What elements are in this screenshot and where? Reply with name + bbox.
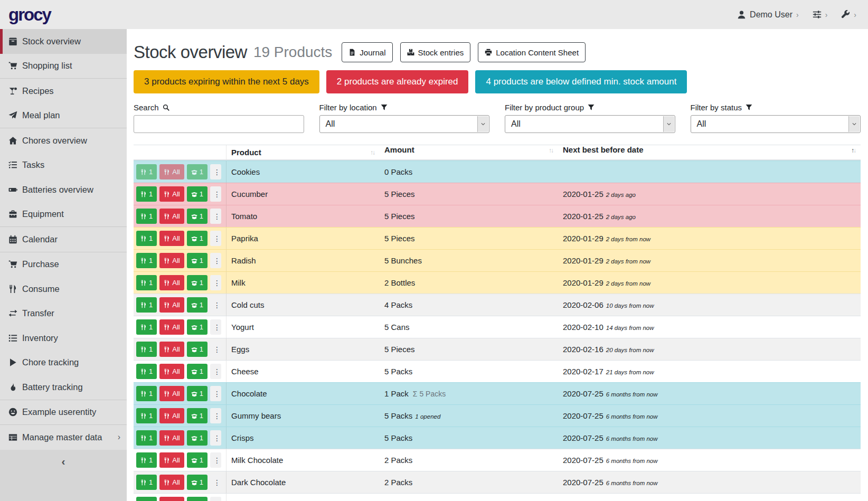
- row-menu-button[interactable]: ⋮: [210, 297, 221, 313]
- consume-all-button[interactable]: All: [159, 231, 184, 246]
- filter-by-location-select[interactable]: All: [319, 115, 490, 133]
- consume-all-button[interactable]: All: [159, 342, 184, 357]
- open-one-button[interactable]: 1: [187, 209, 207, 224]
- sidebar-item-meal-plan[interactable]: Meal plan: [0, 103, 127, 128]
- row-menu-button[interactable]: ⋮: [210, 164, 221, 179]
- consume-all-button[interactable]: All: [159, 430, 184, 446]
- row-menu-button[interactable]: ⋮: [210, 253, 221, 268]
- journal-button[interactable]: Journal: [342, 42, 392, 62]
- sidebar-item-shopping-list[interactable]: Shopping list: [0, 54, 127, 79]
- grocy-logo[interactable]: grocy: [8, 5, 51, 25]
- consume-one-button[interactable]: 1: [136, 342, 157, 357]
- consume-one-button[interactable]: 1: [136, 297, 157, 313]
- consume-all-button[interactable]: All: [159, 319, 184, 335]
- sidebar-item-battery-tracking[interactable]: Battery tracking: [0, 375, 127, 400]
- sidebar-item-stock-overview[interactable]: Stock overview: [0, 29, 127, 54]
- consume-one-button[interactable]: 1: [136, 408, 157, 423]
- location-content-sheet-button[interactable]: Location Content Sheet: [478, 42, 586, 62]
- consume-one-button[interactable]: 1: [136, 275, 157, 290]
- consume-one-button[interactable]: 1: [136, 231, 157, 246]
- sidebar-item-example-userentity[interactable]: Example userentity: [0, 400, 127, 425]
- row-menu-button[interactable]: ⋮: [210, 319, 221, 335]
- consume-one-button[interactable]: 1: [136, 209, 157, 224]
- row-menu-button[interactable]: ⋮: [210, 209, 221, 224]
- consume-all-button[interactable]: All: [159, 497, 184, 501]
- open-one-button[interactable]: 1: [187, 408, 207, 423]
- consume-one-button[interactable]: 1: [136, 475, 157, 490]
- consume-all-button[interactable]: All: [159, 408, 184, 423]
- row-menu-button[interactable]: ⋮: [210, 497, 221, 501]
- open-one-button[interactable]: 1: [187, 253, 207, 268]
- row-menu-button[interactable]: ⋮: [210, 408, 221, 423]
- sidebar-item-purchase[interactable]: Purchase: [0, 252, 127, 277]
- sidebar-item-consume[interactable]: Consume: [0, 277, 127, 301]
- consume-one-button[interactable]: 1: [136, 430, 157, 446]
- filter-by-status-select[interactable]: All: [691, 115, 861, 133]
- sidebar-item-batteries-overview[interactable]: Batteries overview: [0, 177, 127, 202]
- consume-all-button[interactable]: All: [159, 386, 184, 401]
- stock-entries-button[interactable]: Stock entries: [400, 42, 471, 62]
- sidebar-item-transfer[interactable]: Transfer: [0, 301, 127, 326]
- consume-one-button[interactable]: 1: [136, 452, 157, 468]
- admin-menu[interactable]: ›: [841, 10, 856, 19]
- settings-menu[interactable]: ›: [813, 10, 828, 19]
- consume-all-button[interactable]: All: [159, 164, 184, 179]
- box-open-icon: [191, 457, 197, 464]
- open-one-button[interactable]: 1: [187, 430, 207, 446]
- consume-all-button[interactable]: All: [159, 475, 184, 490]
- consume-one-button[interactable]: 1: [136, 164, 157, 179]
- open-one-button[interactable]: 1: [187, 386, 207, 401]
- sidebar-item-recipes[interactable]: Recipes: [0, 79, 127, 103]
- consume-one-button[interactable]: 1: [136, 386, 157, 401]
- sidebar-item-chore-tracking[interactable]: Chore tracking: [0, 351, 127, 375]
- open-one-button[interactable]: 1: [187, 452, 207, 468]
- open-one-button[interactable]: 1: [187, 297, 207, 313]
- row-menu-button[interactable]: ⋮: [210, 364, 221, 379]
- sidebar-item-chores-overview[interactable]: Chores overview: [0, 128, 127, 153]
- consume-one-button[interactable]: 1: [136, 364, 157, 379]
- column-header-amount[interactable]: Amount↑↓: [380, 145, 558, 159]
- row-menu-button[interactable]: ⋮: [210, 186, 221, 202]
- sidebar-item-inventory[interactable]: Inventory: [0, 326, 127, 351]
- open-one-button[interactable]: 1: [187, 186, 207, 202]
- open-one-button[interactable]: 1: [187, 342, 207, 357]
- consume-all-button[interactable]: All: [159, 364, 184, 379]
- row-menu-button[interactable]: ⋮: [210, 475, 221, 490]
- expired-banner[interactable]: 2 products are already expired: [326, 70, 469, 93]
- consume-one-button[interactable]: 1: [136, 497, 157, 501]
- sidebar-item-calendar[interactable]: Calendar: [0, 227, 127, 252]
- sidebar-collapse-button[interactable]: ‹: [0, 450, 127, 501]
- consume-all-button[interactable]: All: [159, 253, 184, 268]
- open-one-button[interactable]: 1: [187, 475, 207, 490]
- row-menu-button[interactable]: ⋮: [210, 430, 221, 446]
- row-menu-button[interactable]: ⋮: [210, 275, 221, 290]
- consume-all-button[interactable]: All: [159, 186, 184, 202]
- below-min-stock-banner[interactable]: 4 products are below defined min. stock …: [475, 70, 687, 93]
- consume-all-button[interactable]: All: [159, 275, 184, 290]
- expiring-soon-banner[interactable]: 3 products expiring within the next 5 da…: [134, 70, 319, 93]
- filter-by-product-group-select[interactable]: All: [505, 115, 675, 133]
- consume-one-button[interactable]: 1: [136, 319, 157, 335]
- row-menu-button[interactable]: ⋮: [210, 342, 221, 357]
- open-one-button[interactable]: 1: [187, 364, 207, 379]
- row-menu-button[interactable]: ⋮: [210, 231, 221, 246]
- user-menu[interactable]: Demo User ›: [737, 10, 799, 20]
- consume-all-button[interactable]: All: [159, 297, 184, 313]
- open-one-button[interactable]: 1: [187, 497, 207, 501]
- search-input[interactable]: [134, 115, 304, 133]
- row-menu-button[interactable]: ⋮: [210, 452, 221, 468]
- sidebar-item-manage-master-data[interactable]: Manage master data›: [0, 425, 127, 450]
- row-menu-button[interactable]: ⋮: [210, 386, 221, 401]
- open-one-button[interactable]: 1: [187, 164, 207, 179]
- open-one-button[interactable]: 1: [187, 319, 207, 335]
- consume-all-button[interactable]: All: [159, 209, 184, 224]
- open-one-button[interactable]: 1: [187, 275, 207, 290]
- consume-all-button[interactable]: All: [159, 452, 184, 468]
- open-one-button[interactable]: 1: [187, 231, 207, 246]
- column-header-product[interactable]: Product↑↓: [227, 145, 380, 159]
- sidebar-item-equipment[interactable]: Equipment: [0, 202, 127, 227]
- consume-one-button[interactable]: 1: [136, 186, 157, 202]
- consume-one-button[interactable]: 1: [136, 253, 157, 268]
- column-header-next-best-before-date[interactable]: Next best before date↑↓: [558, 145, 861, 159]
- sidebar-item-tasks[interactable]: Tasks: [0, 153, 127, 178]
